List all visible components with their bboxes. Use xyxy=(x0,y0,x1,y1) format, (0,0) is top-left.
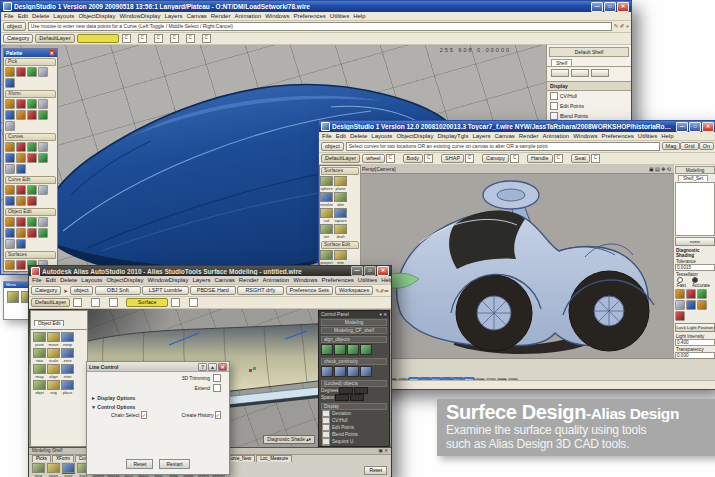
tool-icon[interactable] xyxy=(16,67,26,77)
dialog-title-bar[interactable]: Line Control ? ▲ ✕ xyxy=(87,362,229,372)
menu-item[interactable]: File xyxy=(4,13,14,19)
trimming-checkbox[interactable] xyxy=(213,374,221,382)
degrees-field[interactable] xyxy=(339,387,353,394)
shelf-tab[interactable]: Picks xyxy=(32,455,51,462)
tool-icon[interactable] xyxy=(16,260,26,270)
tool-icon[interactable] xyxy=(38,142,48,152)
degrees-field[interactable] xyxy=(354,387,368,394)
tool-icon[interactable] xyxy=(5,271,15,272)
restart-button[interactable]: Restart xyxy=(159,459,189,469)
menu-item[interactable]: Layers xyxy=(472,133,490,139)
default-layer-button[interactable]: DefaultLayer xyxy=(31,298,70,307)
tool-icon[interactable]: rota xyxy=(33,348,46,363)
pen-icons[interactable]: ✎✐✏ xyxy=(375,288,389,294)
menu-item[interactable]: Layouts xyxy=(53,13,74,19)
tool-icon[interactable] xyxy=(38,217,48,227)
layer-chip[interactable]: wheel xyxy=(362,154,384,163)
display-option[interactable]: Edit Points xyxy=(547,101,631,111)
diagnostic-shade-dropdown[interactable]: Diagnostic Shade ▴▾ xyxy=(263,435,315,444)
tool-icon[interactable] xyxy=(5,217,15,227)
radio-accurate[interactable]: Accurate xyxy=(692,277,713,288)
tool-icon[interactable] xyxy=(27,185,37,195)
create-history-checkbox[interactable]: ✓ xyxy=(215,411,221,419)
menu-item[interactable]: ObjectDisplay xyxy=(78,13,115,19)
tab-object-edit[interactable]: Object Edit xyxy=(34,320,64,326)
tool-icon[interactable] xyxy=(5,164,15,174)
palette-group-label[interactable]: Surfaces xyxy=(321,167,359,175)
palette-group-label[interactable]: Pick xyxy=(5,58,56,66)
layer-toggle[interactable] xyxy=(73,298,82,307)
layer-chip[interactable]: Canopy xyxy=(482,154,509,163)
dialog-collapse-button[interactable]: ▲ xyxy=(208,363,217,371)
menu-item[interactable]: Layers xyxy=(192,277,210,283)
tool-icon[interactable] xyxy=(27,228,37,238)
palette-title-bar[interactable]: Palette ✕ xyxy=(4,49,57,57)
tool-icon[interactable] xyxy=(16,110,26,120)
align-icon[interactable] xyxy=(347,344,359,355)
tool-icon[interactable]: place xyxy=(61,380,74,395)
menu-item[interactable]: Render xyxy=(519,133,539,139)
title-bar[interactable]: DesignStudio 1 Version 2009 20090518 13:… xyxy=(1,1,631,12)
spans-field[interactable] xyxy=(335,394,349,401)
tab-modeling[interactable]: Modeling xyxy=(675,166,715,174)
menu-item[interactable]: Preferences xyxy=(293,13,325,19)
checkbox[interactable] xyxy=(550,112,558,120)
shading-mode-icon[interactable] xyxy=(686,300,696,310)
menu-item[interactable]: Layers xyxy=(164,13,182,19)
tool-icon[interactable] xyxy=(27,142,37,152)
palette-group-label[interactable]: Surfaces xyxy=(5,251,56,259)
layer-toggle[interactable]: C xyxy=(554,154,563,163)
layer-toggle[interactable]: C xyxy=(510,154,519,163)
minimize-button[interactable]: — xyxy=(676,122,688,132)
layer-toggle[interactable] xyxy=(91,298,100,307)
tool-icon[interactable] xyxy=(16,99,26,109)
checkbox[interactable] xyxy=(550,92,558,100)
menu-item[interactable]: WindowDisplay xyxy=(119,13,160,19)
shelf-tool-icon[interactable]: save xyxy=(62,463,75,477)
menu-item[interactable]: Preferences xyxy=(321,277,353,283)
tool-icon[interactable] xyxy=(5,110,15,120)
tool-icon[interactable]: square xyxy=(334,208,347,223)
tool-icon[interactable] xyxy=(5,121,15,131)
minimize-button[interactable]: — xyxy=(351,266,363,276)
tool-icon[interactable] xyxy=(7,291,19,303)
palette-group-label[interactable]: Xform xyxy=(5,90,56,98)
layer-toggle[interactable]: C xyxy=(386,154,395,163)
pen-icons[interactable]: ✎ ✐ ⌖ xyxy=(614,23,629,30)
tool-icon[interactable] xyxy=(16,142,26,152)
tool-icon[interactable] xyxy=(27,153,37,163)
display-check[interactable]: Edit Points xyxy=(319,424,389,431)
locked-objects-bar[interactable]: (Locked) objects xyxy=(321,380,387,387)
layer-toggle[interactable]: C xyxy=(186,34,195,43)
tool-icon[interactable] xyxy=(27,196,37,206)
close-button[interactable]: ✕ xyxy=(702,122,714,132)
shading-mode-icon[interactable] xyxy=(697,300,707,310)
maximize-button[interactable]: □ xyxy=(689,122,701,132)
close-button[interactable]: ✕ xyxy=(377,266,389,276)
tool-icon[interactable] xyxy=(27,217,37,227)
menu-item[interactable]: Animation xyxy=(234,13,261,19)
chain-select-checkbox[interactable]: ✓ xyxy=(141,411,147,419)
dialog-close-button[interactable]: ✕ xyxy=(218,363,227,371)
tool-icon[interactable] xyxy=(27,99,37,109)
tool-icon[interactable] xyxy=(5,239,15,249)
shelf-window-icons[interactable]: ▣ ✕ xyxy=(379,448,388,454)
tool-icon[interactable] xyxy=(16,239,26,249)
shading-mode-icon[interactable] xyxy=(697,289,707,299)
menu-item[interactable]: Animation xyxy=(262,277,289,283)
checkbox[interactable] xyxy=(322,438,330,445)
display-option[interactable]: CV/Hull xyxy=(547,91,631,101)
shelf-tab[interactable]: Loc_Measure xyxy=(256,455,292,462)
chain-select-option[interactable]: Chain Select ✓ xyxy=(111,412,147,418)
tool-icon[interactable] xyxy=(27,67,37,77)
tool-icon[interactable] xyxy=(16,196,26,206)
display-check[interactable]: Curvature U xyxy=(319,445,389,447)
shading-mode-icon[interactable] xyxy=(675,311,685,321)
tab-modeling-cp-shelf[interactable]: Modeling_CP_shelf xyxy=(321,327,387,334)
tool-icon[interactable] xyxy=(27,110,37,120)
tool-icon[interactable] xyxy=(38,110,48,120)
menu-item[interactable]: DisplayTgls xyxy=(437,133,468,139)
none-dropdown[interactable]: none xyxy=(675,237,715,246)
panel-button[interactable] xyxy=(551,69,569,77)
tool-icon[interactable]: move xyxy=(47,332,60,347)
